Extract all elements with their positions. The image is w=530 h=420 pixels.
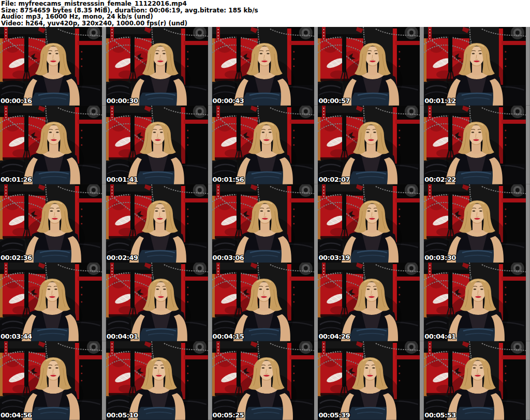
webcam-frame [424,184,530,263]
gray-curtain [420,27,424,106]
leather-skirt [244,407,289,420]
leather-skirt [139,328,183,341]
leather-skirt [31,93,76,106]
left-eye [259,53,262,54]
video-thumbnail: 00:01:12 [424,27,530,106]
timestamp-overlay: 00:02:07 [318,176,350,183]
timestamp-overlay: 00:01:41 [107,176,138,183]
right-eye [56,132,59,133]
left-eye [48,289,51,291]
right-eye [372,367,375,369]
video-thumbnail: 00:05:25 [212,341,318,420]
gray-curtain [526,263,530,341]
right-eye [480,289,483,291]
leather-skirt [454,93,499,106]
right-eye [479,53,482,54]
left-eye [49,367,52,369]
gray-curtain [526,106,530,184]
video-thumbnail: 00:03:44 [0,263,106,341]
webcam-frame [0,184,106,263]
left-eye [153,132,156,133]
timestamp-overlay: 00:02:36 [1,254,32,262]
gray-curtain [208,106,212,184]
timestamp-overlay: 00:02:49 [107,254,138,262]
left-eye [261,367,264,369]
timestamp-overlay: 00:04:01 [107,332,138,340]
timestamp-overlay: 00:00:57 [318,97,350,105]
left-eye [260,210,263,212]
gray-curtain [314,341,318,420]
gray-curtain [420,341,424,420]
webcam-frame [318,106,424,184]
webcam-frame [106,341,212,420]
leather-skirt [455,250,499,263]
left-eye [367,289,370,291]
webcam-frame [106,27,212,106]
webcam-frame [424,341,530,420]
video-thumbnail: 00:04:56 [0,341,106,420]
left-eye [473,367,476,369]
right-eye [480,367,483,369]
left-eye [472,53,475,54]
left-eye [49,132,52,133]
right-eye [163,289,166,291]
webcam-frame [106,184,212,263]
video-thumbnail: 00:03:06 [212,184,318,263]
gray-curtain [208,184,212,263]
thumbnail-grid: 00:00:16 [0,27,530,420]
leather-skirt [349,328,394,341]
gray-curtain [526,27,530,106]
left-eye [474,289,477,291]
leather-skirt [33,250,77,263]
webcam-frame [318,27,424,106]
video-thumbnail: 00:03:30 [424,184,530,263]
right-eye [162,210,165,212]
webcam-frame [0,27,106,106]
gray-curtain [314,184,318,263]
left-eye [155,210,158,212]
left-eye [472,132,475,133]
right-eye [267,210,270,212]
video-thumbnail: 00:02:49 [106,184,212,263]
webcam-frame [318,263,424,341]
right-eye [375,53,378,54]
left-eye [49,53,52,54]
left-eye [154,367,157,369]
leather-skirt [242,93,287,106]
video-thumbnail: 00:01:56 [212,106,318,184]
right-eye [373,132,376,133]
webcam-frame [0,341,106,420]
left-eye [368,53,371,54]
right-eye [267,53,270,54]
timestamp-overlay: 00:05:39 [318,411,350,419]
video-thumbnail: 00:04:41 [424,263,530,341]
timestamp-overlay: 00:04:56 [1,411,32,419]
left-eye [156,289,159,291]
right-eye [163,53,166,54]
file-info-header: File: myfreecams_mistresssin_female_1112… [0,0,530,27]
video-thumbnail: 00:05:10 [106,341,212,420]
gray-curtain [314,106,318,184]
gray-curtain [526,341,530,420]
left-eye [367,210,371,212]
timestamp-overlay: 00:00:16 [1,97,32,105]
leather-skirt [243,250,287,263]
video-line: Video: h264, yuv420p, 320x240, 1000.00 f… [1,20,530,27]
left-eye [366,132,370,133]
timestamp-overlay: 00:05:10 [107,411,138,419]
webcam-frame [212,184,318,263]
timestamp-overlay: 00:05:53 [424,411,456,419]
timestamp-overlay: 00:00:30 [107,97,138,105]
leather-skirt [454,171,498,184]
video-thumbnail: 00:02:07 [318,106,424,184]
gray-curtain [102,27,106,106]
right-eye [374,289,377,291]
webcam-frame [212,106,318,184]
gray-curtain [420,184,424,263]
video-thumbnail: 00:04:26 [318,263,424,341]
leather-skirt [31,407,76,420]
video-thumbnail: 00:01:26 [0,106,106,184]
right-eye [266,289,269,291]
webcam-frame [212,341,318,420]
left-eye [365,367,369,369]
